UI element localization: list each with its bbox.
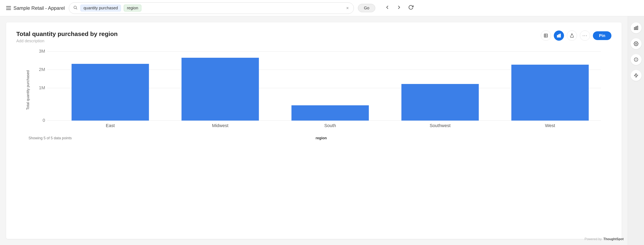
svg-rect-8 bbox=[560, 34, 560, 37]
sidebar-gear-button[interactable] bbox=[630, 38, 642, 49]
y-axis-label: Total quantity purchased bbox=[26, 70, 30, 110]
bar-midwest[interactable] bbox=[182, 58, 259, 121]
svg-marker-30 bbox=[634, 73, 638, 77]
topbar: Sample Retail - Apparel quantity purchas… bbox=[0, 0, 644, 16]
brand-logo: ThoughtSpot bbox=[603, 237, 624, 241]
app-title-area: Sample Retail - Apparel bbox=[6, 5, 65, 11]
search-token-quantity[interactable]: quantity purchased bbox=[80, 5, 121, 11]
chart-header: Total quantity purchased by region Add d… bbox=[16, 30, 612, 43]
refresh-button[interactable] bbox=[407, 3, 415, 12]
svg-text:West: West bbox=[545, 123, 555, 128]
clear-button[interactable]: × bbox=[345, 5, 350, 11]
svg-rect-23 bbox=[634, 27, 635, 30]
chart-title-area: Total quantity purchased by region Add d… bbox=[16, 30, 118, 43]
forward-button[interactable] bbox=[395, 3, 403, 12]
svg-text:3M: 3M bbox=[39, 49, 45, 54]
main-content: Total quantity purchased by region Add d… bbox=[0, 16, 644, 245]
chart-panel: Total quantity purchased by region Add d… bbox=[6, 22, 622, 239]
right-sidebar bbox=[628, 16, 644, 245]
search-bar[interactable]: quantity purchased region × bbox=[69, 2, 354, 14]
bar-east[interactable] bbox=[72, 64, 149, 121]
chart-svg-wrapper: 3M 2M 1M 0 East Midwest South Southwes bbox=[28, 47, 612, 133]
x-axis-title: region bbox=[316, 136, 327, 140]
svg-rect-2 bbox=[544, 34, 548, 37]
go-button[interactable]: Go bbox=[358, 4, 375, 12]
svg-line-1 bbox=[76, 8, 77, 9]
back-button[interactable] bbox=[384, 3, 391, 12]
svg-text:East: East bbox=[106, 123, 115, 128]
svg-text:2M: 2M bbox=[39, 67, 45, 72]
svg-text:South: South bbox=[324, 123, 336, 128]
app-title: Sample Retail - Apparel bbox=[14, 5, 65, 11]
chart-title: Total quantity purchased by region bbox=[16, 30, 118, 37]
sidebar-info-button[interactable] bbox=[630, 54, 642, 65]
search-token-region[interactable]: region bbox=[124, 5, 141, 11]
svg-rect-6 bbox=[557, 35, 558, 37]
svg-rect-24 bbox=[636, 27, 636, 30]
pin-button[interactable]: Pin bbox=[593, 31, 612, 40]
bar-west[interactable] bbox=[512, 65, 589, 121]
sidebar-bar-chart-button[interactable] bbox=[630, 22, 642, 33]
sidebar-lightning-button[interactable] bbox=[630, 70, 642, 81]
chart-toolbar: ··· Pin bbox=[541, 30, 612, 41]
chart-footer: Showing 5 of 5 data points region bbox=[28, 136, 612, 140]
data-points-label: Showing 5 of 5 data points bbox=[28, 136, 72, 140]
share-button[interactable] bbox=[567, 30, 577, 41]
bar-south[interactable] bbox=[292, 105, 369, 121]
hamburger-icon[interactable] bbox=[6, 6, 11, 10]
chart-description[interactable]: Add description bbox=[16, 39, 118, 43]
bar-southwest[interactable] bbox=[402, 84, 479, 121]
svg-text:Midwest: Midwest bbox=[212, 123, 228, 128]
powered-by-label: Powered by bbox=[584, 237, 602, 241]
nav-actions bbox=[384, 3, 415, 12]
chart-svg: 3M 2M 1M 0 East Midwest South Southwes bbox=[28, 47, 612, 129]
svg-rect-25 bbox=[637, 26, 638, 30]
svg-point-26 bbox=[636, 43, 637, 44]
search-icon bbox=[73, 5, 78, 11]
svg-rect-7 bbox=[558, 34, 559, 37]
more-options-button[interactable]: ··· bbox=[580, 30, 590, 41]
bar-chart-view-button[interactable] bbox=[554, 30, 564, 41]
powered-by: Powered by ThoughtSpot bbox=[584, 237, 624, 241]
svg-text:Southwest: Southwest bbox=[430, 123, 450, 128]
table-view-button[interactable] bbox=[541, 30, 551, 41]
svg-text:1M: 1M bbox=[39, 85, 45, 90]
chart-area: Total quantity purchased 3M 2M 1M 0 East bbox=[16, 47, 612, 133]
svg-text:0: 0 bbox=[42, 118, 45, 123]
